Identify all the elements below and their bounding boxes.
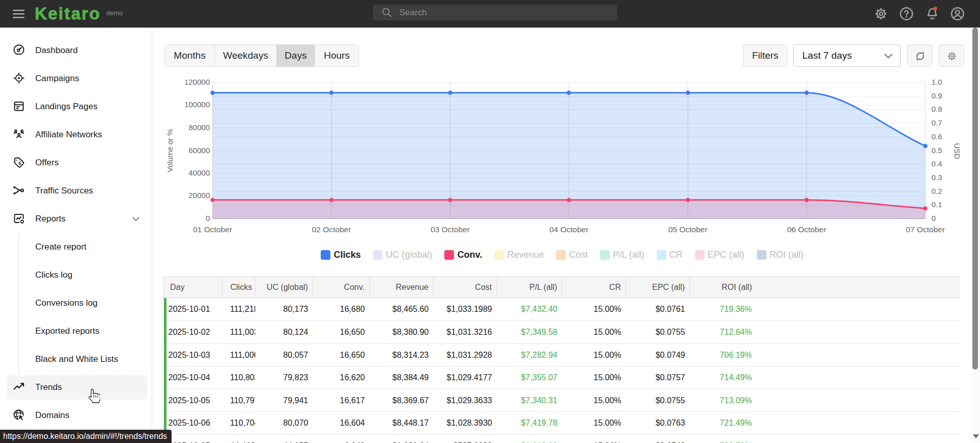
svg-text:120000: 120000 xyxy=(184,78,210,86)
svg-text:0.5: 0.5 xyxy=(931,146,942,155)
svg-text:Volume or %: Volume or % xyxy=(165,129,174,172)
svg-text:02 October: 02 October xyxy=(312,225,351,234)
svg-text:0.9: 0.9 xyxy=(931,91,942,100)
svg-text:06 October: 06 October xyxy=(787,225,826,234)
svg-text:0: 0 xyxy=(206,214,210,223)
svg-text:0.8: 0.8 xyxy=(931,105,942,113)
svg-text:0.4: 0.4 xyxy=(931,159,942,168)
svg-text:05 October: 05 October xyxy=(668,225,708,234)
svg-text:0.6: 0.6 xyxy=(931,132,942,141)
svg-text:40000: 40000 xyxy=(188,168,210,177)
svg-text:0: 0 xyxy=(931,214,936,223)
svg-text:60000: 60000 xyxy=(188,146,210,155)
svg-text:100000: 100000 xyxy=(184,100,210,109)
svg-text:0.3: 0.3 xyxy=(931,173,942,182)
svg-text:04 October: 04 October xyxy=(549,225,589,234)
svg-text:20000: 20000 xyxy=(188,191,210,200)
svg-text:80000: 80000 xyxy=(188,123,210,132)
svg-text:USD: USD xyxy=(953,143,962,159)
svg-text:01 October: 01 October xyxy=(193,225,232,234)
svg-text:0.2: 0.2 xyxy=(931,187,942,195)
svg-text:$: $ xyxy=(18,160,21,166)
svg-text:07 October: 07 October xyxy=(906,225,945,234)
svg-text:0.1: 0.1 xyxy=(931,200,942,209)
svg-text:1.0: 1.0 xyxy=(931,78,942,86)
svg-text:03 October: 03 October xyxy=(431,225,470,234)
svg-text:0.7: 0.7 xyxy=(931,118,942,127)
